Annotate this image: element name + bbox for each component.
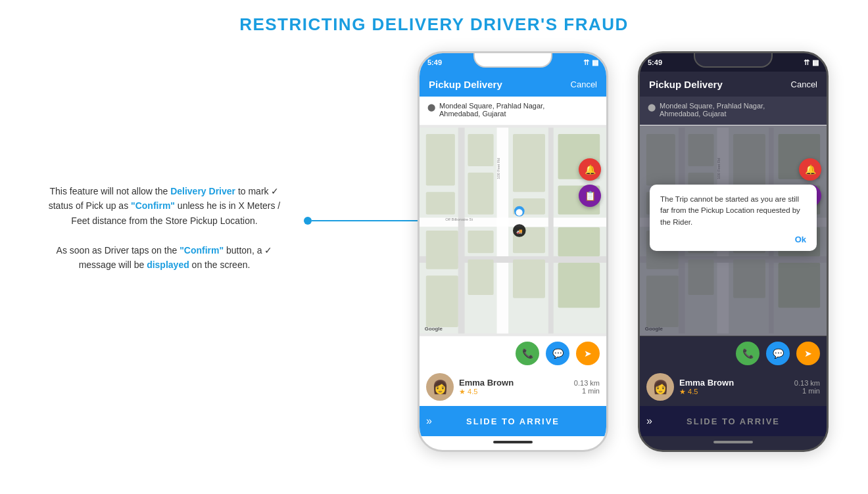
phone-mockup-2: 5:49 ⇈ ▩ Pickup Delivery Cancel ⬤ Mondea… <box>638 51 829 452</box>
svg-text:⬤: ⬤ <box>516 208 523 216</box>
driver-distance-2: 0.13 km 1 min <box>794 379 820 395</box>
slide-bar-2[interactable]: » SLIDE TO ARRIVE <box>640 406 827 436</box>
status-time-2: 5:49 <box>648 58 662 66</box>
driver-avatar-1: 👩 <box>426 373 454 401</box>
bottom-panel-2: 📞 💬 ➤ 👩 Emma Brown ★ 4.5 0.13 km 1 min <box>640 336 827 436</box>
svg-rect-9 <box>468 173 493 215</box>
phone-bottom-bar-1 <box>420 436 606 448</box>
driver-name-1: Emma Brown <box>459 378 569 388</box>
address-text-1: Mondeal Square, Prahlad Nagar,Ahmedabad,… <box>439 102 544 118</box>
rating-value-1: 4.5 <box>468 388 477 395</box>
alert-ok-button[interactable]: Ok <box>660 235 806 244</box>
connector-line <box>304 217 420 225</box>
driver-rating-2: ★ 4.5 <box>679 388 789 396</box>
map-area-1: 100 Feet Rd Off Billionaire St 🚚 ⬤ Googl… <box>420 125 606 336</box>
svg-rect-17 <box>468 259 493 295</box>
svg-text:100 Feet Rd: 100 Feet Rd <box>496 158 500 179</box>
svg-rect-10 <box>513 134 545 192</box>
slide-bar-1[interactable]: » SLIDE TO ARRIVE <box>420 406 606 436</box>
connector-line-body <box>312 220 420 221</box>
highlight-displayed: displayed <box>147 259 189 270</box>
nav-bar-2: Pickup Delivery Cancel <box>640 72 827 97</box>
slide-chevrons-1: » <box>426 415 432 427</box>
location-pin-2: ⬤ <box>648 103 656 111</box>
fab-bell-1[interactable]: 🔔 <box>579 158 601 181</box>
slide-text-2: SLIDE TO ARRIVE <box>687 416 780 426</box>
location-pin-1: ⬤ <box>427 103 435 111</box>
distance-value-2: 0.13 km <box>794 379 820 387</box>
svg-rect-5 <box>548 127 554 333</box>
nav-title-2: Pickup Delivery <box>649 79 723 90</box>
driver-rating-1: ★ 4.5 <box>459 388 569 396</box>
highlight-confirm1: "Confirm" <box>131 200 175 211</box>
status-icons-2: ⇈ ▩ <box>804 58 819 67</box>
alert-dialog: The Trip cannot be started as you are st… <box>650 185 817 251</box>
map-area-2: 100 Feet Rd Off Billionaire St 🚚 Google … <box>640 125 827 336</box>
call-btn-1[interactable]: 📞 <box>516 342 539 365</box>
connector-dot <box>304 217 312 225</box>
nav-title-1: Pickup Delivery <box>429 79 502 90</box>
star-icon-1: ★ <box>459 388 466 395</box>
time-value-2: 1 min <box>794 387 820 395</box>
map-fab-1: 🔔 📋 <box>579 158 601 207</box>
highlight-confirm2: "Confirm" <box>180 245 224 256</box>
svg-rect-4 <box>458 127 465 333</box>
status-icons-1: ⇈ ▩ <box>583 58 598 67</box>
driver-row-2: 👩 Emma Brown ★ 4.5 0.13 km 1 min <box>640 370 827 406</box>
navigate-btn-2[interactable]: ➤ <box>796 342 820 365</box>
driver-avatar-2: 👩 <box>646 373 674 401</box>
svg-rect-16 <box>468 231 493 253</box>
page-title: RESTRICTING DELIVERY DRIVER'S FRAUD <box>0 0 868 35</box>
nav-cancel-1[interactable]: Cancel <box>571 79 597 89</box>
wifi-icon-2: ⇈ <box>804 58 809 67</box>
driver-distance-1: 0.13 km 1 min <box>574 379 600 395</box>
svg-text:Google: Google <box>425 326 443 332</box>
address-bar-2: ⬤ Mondeal Square, Prahlad Nagar,Ahmedaba… <box>640 97 827 125</box>
svg-text:🚚: 🚚 <box>516 228 523 235</box>
phone-mockup-1: 5:49 ⇈ ▩ Pickup Delivery Cancel ⬤ Mondea… <box>418 51 608 452</box>
svg-rect-6 <box>426 134 455 185</box>
nav-bar-1: Pickup Delivery Cancel <box>420 72 606 97</box>
svg-rect-14 <box>426 231 458 269</box>
contact-row-2: 📞 💬 ➤ <box>640 336 827 370</box>
rating-value-2: 4.5 <box>688 388 698 395</box>
chat-btn-2[interactable]: 💬 <box>766 342 790 365</box>
svg-rect-19 <box>513 259 545 298</box>
nav-cancel-2[interactable]: Cancel <box>791 79 817 89</box>
svg-rect-20 <box>558 227 600 256</box>
svg-rect-7 <box>426 192 455 214</box>
driver-name-2: Emma Brown <box>679 378 789 388</box>
phone-screen-2: 5:49 ⇈ ▩ Pickup Delivery Cancel ⬤ Mondea… <box>638 51 829 452</box>
svg-rect-15 <box>426 276 458 327</box>
bottom-panel-1: 📞 💬 ➤ 👩 Emma Brown ★ 4.5 0.13 km 1 min <box>420 336 606 436</box>
driver-info-2: Emma Brown ★ 4.5 <box>679 378 789 396</box>
distance-value-1: 0.13 km <box>574 379 600 387</box>
time-value-1: 1 min <box>574 387 600 395</box>
svg-text:Off Billionaire St: Off Billionaire St <box>445 217 473 221</box>
phone-notch-1 <box>473 53 552 68</box>
home-indicator-2 <box>713 441 753 443</box>
svg-rect-8 <box>468 134 493 166</box>
fab-bell-2[interactable]: 🔔 <box>799 158 821 181</box>
alert-message: The Trip cannot be started as you are st… <box>660 194 806 228</box>
phone-bottom-bar-2 <box>640 436 827 448</box>
highlight-driver: Delivery Driver <box>170 186 235 196</box>
navigate-btn-1[interactable]: ➤ <box>576 342 600 365</box>
left-description-panel: This feature will not allow the Delivery… <box>26 184 302 272</box>
status-time-1: 5:49 <box>427 58 442 66</box>
contact-row-1: 📞 💬 ➤ <box>420 336 606 370</box>
battery-icon-1: ▩ <box>592 58 598 67</box>
chat-btn-1[interactable]: 💬 <box>546 342 569 365</box>
battery-icon-2: ▩ <box>812 58 819 67</box>
call-btn-2[interactable]: 📞 <box>736 342 760 365</box>
slide-chevrons-2: » <box>646 415 652 427</box>
star-icon-2: ★ <box>679 388 686 395</box>
wifi-icon-1: ⇈ <box>583 58 589 67</box>
driver-row-1: 👩 Emma Brown ★ 4.5 0.13 km 1 min <box>420 370 606 406</box>
slide-text-1: SLIDE TO ARRIVE <box>466 416 560 426</box>
map-svg-1: 100 Feet Rd Off Billionaire St 🚚 ⬤ Googl… <box>420 125 606 336</box>
phone-notch-2 <box>694 53 773 68</box>
address-text-2: Mondeal Square, Prahlad Nagar,Ahmedabad,… <box>660 102 765 118</box>
driver-info-1: Emma Brown ★ 4.5 <box>459 378 569 396</box>
fab-clipboard-1[interactable]: 📋 <box>579 185 601 207</box>
